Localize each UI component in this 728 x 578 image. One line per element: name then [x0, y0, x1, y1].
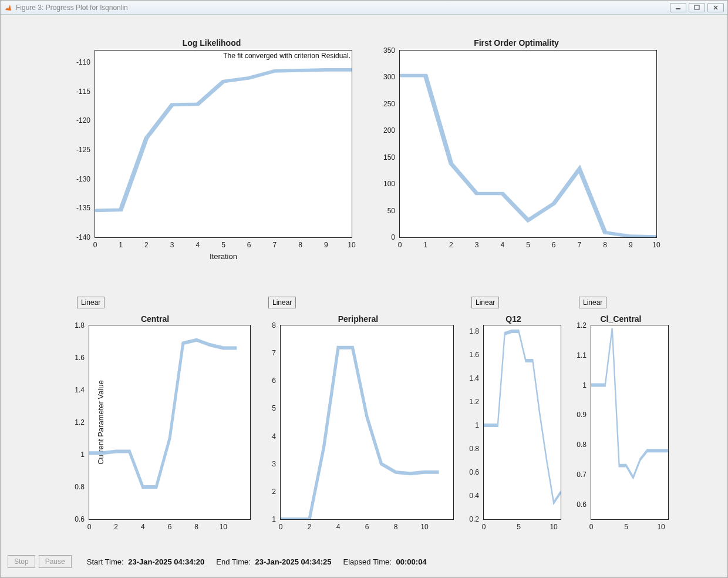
window-title: Figure 3: Progress Plot for lsqnonlin [16, 4, 128, 12]
x-tick: 1 [423, 237, 427, 249]
y-tick: 0.6 [563, 500, 591, 509]
y-tick: 1.1 [563, 351, 591, 359]
y-tick: 7 [252, 349, 281, 357]
x-tick: 4 [196, 237, 200, 249]
stop-button[interactable]: Stop [8, 555, 35, 568]
x-tick: 8 [603, 237, 607, 249]
y-tick: -120 [67, 116, 95, 125]
x-tick: 5 [221, 237, 225, 249]
y-tick: 0.7 [563, 471, 591, 479]
plot-peripheral: Linear Peripheral 123456780246810 [262, 297, 454, 543]
y-tick: 0.4 [456, 492, 484, 500]
svg-rect-1 [695, 5, 699, 9]
close-button[interactable] [707, 3, 724, 12]
x-tick: 10 [652, 237, 660, 249]
y-tick: 0.2 [456, 515, 484, 523]
x-tick: 0 [279, 519, 283, 531]
start-time: Start Time: 23-Jan-2025 04:34:20 [87, 557, 205, 566]
y-tick: -115 [67, 88, 95, 96]
x-tick: 4 [500, 237, 504, 249]
x-tick: 2 [308, 519, 312, 531]
scale-toggle-button[interactable]: Linear [77, 297, 105, 308]
y-tick: 150 [372, 153, 400, 162]
y-tick: 1.8 [61, 321, 89, 330]
y-tick: 0.9 [563, 411, 591, 419]
x-tick: 6 [552, 237, 556, 249]
y-tick: 3 [252, 460, 281, 468]
scale-toggle-button[interactable]: Linear [471, 297, 499, 308]
scale-toggle-button[interactable]: Linear [268, 297, 296, 308]
y-tick: -125 [67, 146, 95, 154]
x-tick: 1 [119, 237, 123, 249]
y-tick: 0.6 [456, 468, 484, 476]
minimize-button[interactable] [670, 3, 686, 12]
x-tick: 6 [247, 237, 251, 249]
x-tick: 2 [449, 237, 453, 249]
x-tick: 10 [550, 519, 557, 531]
x-tick: 2 [114, 519, 118, 531]
x-tick: 6 [168, 519, 172, 531]
y-tick: 6 [252, 377, 281, 385]
y-tick: 1 [61, 451, 89, 459]
plot-title: Q12 [466, 314, 561, 324]
end-time: End Time: 23-Jan-2025 04:34:25 [216, 557, 331, 566]
y-tick: 0.8 [563, 441, 591, 449]
x-tick: 10 [348, 237, 355, 249]
x-tick: 7 [578, 237, 582, 249]
y-tick: 1.4 [61, 386, 89, 394]
x-tick: 3 [170, 237, 174, 249]
plot-log-likelihood: Log Likelihood The fit converged with cr… [71, 38, 352, 273]
x-tick: 8 [298, 237, 302, 249]
x-tick: 4 [141, 519, 145, 531]
y-tick: 1 [252, 515, 281, 523]
plot-first-order-optimality: First Order Optimality 05010015020025030… [376, 38, 657, 273]
y-tick: 0 [372, 233, 400, 241]
pause-button[interactable]: Pause [39, 555, 72, 568]
y-tick: 1.6 [61, 354, 89, 362]
x-tick: 0 [589, 519, 594, 531]
x-tick: 0 [398, 237, 402, 249]
y-tick: 350 [372, 46, 400, 55]
x-tick: 0 [87, 519, 92, 531]
y-tick: 8 [252, 321, 281, 330]
y-tick: 2 [252, 488, 281, 496]
x-tick: 7 [273, 237, 277, 249]
figure-content: Log Likelihood The fit converged with cr… [1, 15, 727, 577]
elapsed-time: Elapsed Time: 00:00:04 [343, 557, 427, 566]
status-bar: Stop Pause Start Time: 23-Jan-2025 04:34… [8, 553, 720, 570]
scale-toggle-button[interactable]: Linear [579, 297, 606, 308]
y-tick: 100 [372, 180, 400, 188]
y-tick: 1 [456, 421, 484, 429]
x-tick: 9 [629, 237, 633, 249]
x-tick: 8 [194, 519, 198, 531]
y-tick: 0.8 [61, 483, 89, 491]
plot-title: First Order Optimality [376, 38, 657, 48]
y-tick: 1 [563, 381, 591, 389]
y-tick: -130 [67, 175, 95, 183]
x-tick: 10 [657, 519, 665, 531]
x-tick: 0 [93, 237, 97, 249]
x-tick: 2 [144, 237, 149, 249]
x-tick: 6 [365, 519, 369, 531]
y-tick: 0.8 [456, 445, 484, 453]
x-tick: 0 [482, 519, 486, 531]
y-tick: 1.6 [456, 351, 484, 359]
plot-central: Linear Central Current Parameter Value 0… [59, 297, 251, 543]
y-tick: 1.8 [456, 327, 484, 335]
x-tick: 5 [624, 519, 628, 531]
maximize-button[interactable] [689, 3, 705, 12]
x-tick: 3 [475, 237, 479, 249]
x-tick: 4 [336, 519, 341, 531]
y-tick: 1.4 [456, 374, 484, 382]
x-tick: 10 [220, 519, 227, 531]
plot-cl-central: Linear Cl_Central 0.60.70.80.911.11.2051… [573, 297, 669, 543]
y-tick: 1.2 [61, 418, 89, 426]
plot-title: Log Likelihood [71, 38, 352, 48]
x-tick: 8 [394, 519, 398, 531]
y-tick: 0.6 [61, 515, 89, 523]
y-tick: 250 [372, 100, 400, 108]
y-tick: -110 [67, 58, 95, 66]
plot-title: Peripheral [262, 314, 454, 324]
x-tick: 10 [420, 519, 428, 531]
y-tick: 1.2 [563, 321, 591, 330]
